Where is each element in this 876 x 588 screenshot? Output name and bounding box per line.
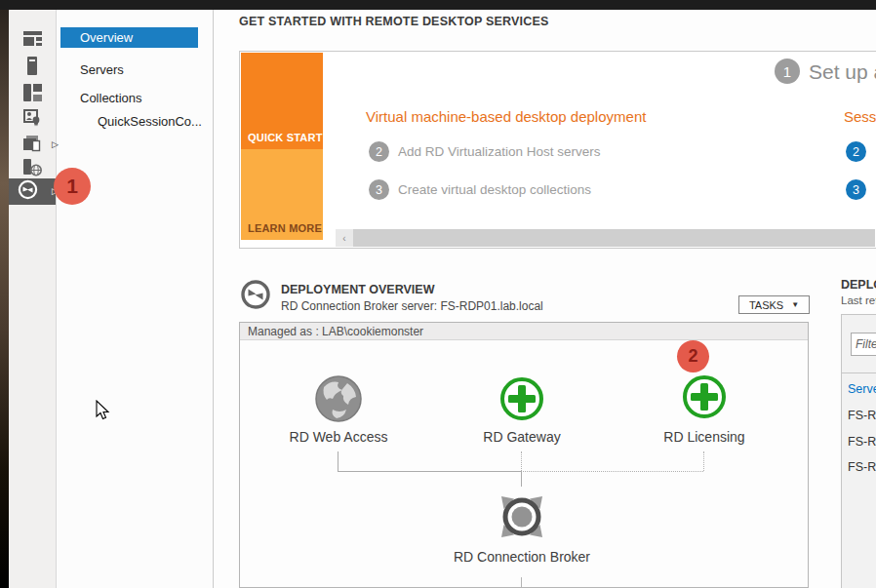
sidebar-item-dashboard[interactable] xyxy=(9,27,56,53)
sidebar-item-ad-ds[interactable] xyxy=(9,107,56,133)
quick-start-tab[interactable]: QUICK START xyxy=(241,53,323,149)
vm-step-2-text[interactable]: Add RD Virtualization Host servers xyxy=(398,144,601,159)
connector-line xyxy=(338,471,521,472)
vm-deployment-heading[interactable]: Virtual machine-based desktop deployment xyxy=(366,108,646,125)
rd-gateway-label[interactable]: RD Gateway xyxy=(468,429,576,445)
vm-step-2-circle: 2 xyxy=(369,141,389,162)
annotation-step-2-badge: 2 xyxy=(677,340,709,372)
rd-connection-broker-label[interactable]: RD Connection Broker xyxy=(444,549,600,565)
connector-line xyxy=(521,471,522,487)
dashboard-icon xyxy=(23,31,42,50)
step-1-circle: 1 xyxy=(775,59,800,84)
deployment-servers-title: DEPLOYMENT SERVERS xyxy=(841,278,876,292)
expand-arrow-icon[interactable]: ▷ xyxy=(52,140,59,149)
sidebar-item-all-servers[interactable] xyxy=(9,82,56,107)
rd-web-access-globe-icon[interactable] xyxy=(314,374,363,427)
window-titlebar xyxy=(0,0,876,10)
rd-licensing-label[interactable]: RD Licensing xyxy=(644,429,765,445)
sidebar-item-local-server[interactable] xyxy=(9,55,56,80)
session-step-3-circle: 3 xyxy=(846,179,866,200)
filter-input[interactable] xyxy=(851,333,876,356)
session-step-2-circle: 2 xyxy=(846,141,866,162)
nav-item-overview[interactable]: Overview xyxy=(60,27,198,48)
scrollbar-thumb[interactable] xyxy=(353,229,875,247)
quick-start-panel: QUICK START LEARN MORE 1 Set up a Remote… xyxy=(239,51,876,249)
connector-line-dotted xyxy=(521,451,522,471)
nav-item-servers[interactable]: Servers xyxy=(60,59,198,80)
vm-step-3-circle: 3 xyxy=(369,179,389,200)
annotation-step-1-badge: 1 xyxy=(54,168,91,205)
web-server-globe-icon xyxy=(23,159,42,180)
rd-gateway-add-icon[interactable] xyxy=(499,376,544,425)
server-name-column-header[interactable]: Server Name xyxy=(848,382,876,396)
vm-step-3-text[interactable]: Create virtual desktop collections xyxy=(398,182,591,197)
get-started-heading: GET STARTED WITH REMOTE DESKTOP SERVICES xyxy=(239,15,549,28)
sidebar-item-remote-desktop-services[interactable]: ▷ xyxy=(9,178,56,205)
tasks-dropdown-button[interactable]: TASKS ▼ xyxy=(738,295,810,314)
remote-desktop-services-icon xyxy=(18,179,38,204)
all-servers-icon xyxy=(23,84,42,105)
managed-as-header: Managed as : LAB\cookiemonster xyxy=(240,323,808,340)
scroll-left-button[interactable]: ‹ xyxy=(336,229,353,247)
session-deployment-heading[interactable]: Session-based desktop deployment xyxy=(844,108,876,125)
connector-line xyxy=(521,577,522,588)
tasks-label: TASKS xyxy=(749,299,783,311)
file-storage-icon xyxy=(23,136,41,156)
rd-web-access-label[interactable]: RD Web Access xyxy=(273,429,404,445)
nav-item-quicksessioncollection[interactable]: QuickSessionCo... xyxy=(60,111,198,132)
dropdown-arrow-icon: ▼ xyxy=(791,300,799,309)
local-server-icon xyxy=(27,57,37,79)
learn-more-tab[interactable]: LEARN MORE xyxy=(241,149,323,240)
rd-connection-broker-icon[interactable] xyxy=(496,490,548,547)
connector-line-dotted xyxy=(703,451,704,471)
connection-broker-subtitle: RD Connection Broker server: FS-RDP01.la… xyxy=(281,299,543,313)
deployment-overview-title: DEPLOYMENT OVERVIEW xyxy=(281,283,434,296)
rds-logo-icon xyxy=(240,279,271,314)
rd-licensing-add-icon[interactable] xyxy=(682,374,727,423)
server-manager-window: ▷ ▷ 1 Overview Servers Collections Quick… xyxy=(0,0,876,588)
server-row[interactable]: FS-RDP01 xyxy=(848,409,876,422)
nav-item-collections[interactable]: Collections xyxy=(60,88,198,108)
desktop-background-edge xyxy=(0,10,9,588)
server-row[interactable]: FS-RDP01 xyxy=(848,435,876,449)
user-certificate-icon xyxy=(23,109,41,131)
divider xyxy=(213,10,214,588)
learn-more-label: LEARN MORE xyxy=(248,222,322,234)
connector-line xyxy=(338,451,338,471)
quick-start-label: QUICK START xyxy=(248,132,323,143)
mouse-cursor xyxy=(96,400,111,425)
sidebar-item-file-storage[interactable]: ▷ xyxy=(9,133,56,158)
server-row[interactable]: FS-RDP01 xyxy=(848,460,876,474)
horizontal-scrollbar[interactable]: ‹ xyxy=(336,229,875,247)
divider xyxy=(842,372,876,373)
step-1-title: Set up a Remote Desktop Services deploym… xyxy=(809,60,876,84)
connector-line-dotted xyxy=(521,471,703,472)
last-refreshed-text: Last refreshed xyxy=(841,294,876,306)
